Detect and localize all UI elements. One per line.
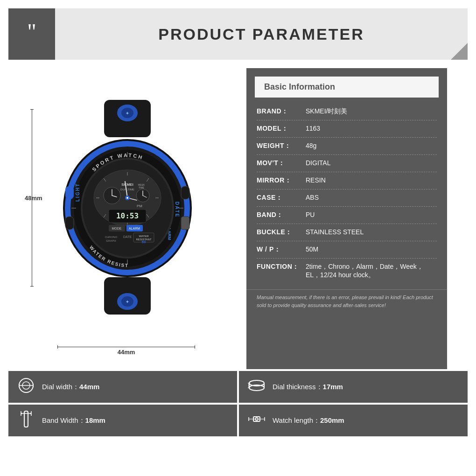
- spec-key: WEIGHT：: [257, 142, 306, 150]
- quote-box: ": [8, 8, 55, 60]
- spec-key: BAND：: [257, 211, 306, 219]
- svg-point-43: [126, 197, 128, 199]
- dial-width-icon: [17, 377, 35, 398]
- corner-decoration: [451, 43, 468, 60]
- metric-band-width: Band Width：18mm: [8, 405, 237, 436]
- main-content: 48mm ✦ ✦: [8, 68, 468, 369]
- dimension-container: 48mm ✦ ✦: [29, 84, 225, 354]
- quote-icon: ": [27, 21, 36, 43]
- dial-width-value: 44mm: [79, 383, 99, 391]
- svg-text:SKMEI: SKMEI: [121, 182, 133, 187]
- dial-thickness-label: Dial thickness：: [273, 383, 323, 391]
- spec-value: 50M: [306, 245, 437, 253]
- svg-text:MODE: MODE: [112, 227, 122, 230]
- watch-image-area: ✦ ✦: [53, 93, 202, 322]
- height-label: 48mm: [25, 194, 42, 201]
- specs-note: Manual measurement, if there is an error…: [246, 289, 447, 316]
- spec-row: MOV'T： DIGITAL: [257, 155, 437, 172]
- page-header: " PRODUCT PARAMETER: [8, 8, 468, 60]
- spec-value: SKMEI/时刻美: [306, 107, 437, 116]
- band-width-icon: [17, 410, 35, 431]
- svg-text:GRAPH: GRAPH: [106, 239, 116, 242]
- spec-value: STAINLESS STEEL: [306, 228, 437, 236]
- svg-text:WATER: WATER: [139, 235, 149, 238]
- spec-value: 1163: [306, 125, 437, 132]
- svg-text:CHRONO: CHRONO: [105, 236, 118, 238]
- metrics-row-1: Dial width：44mm Dial thickness：17mm: [8, 371, 468, 403]
- spec-key: BUCKLE：: [257, 228, 306, 237]
- spec-row: CASE： ABS: [257, 189, 437, 207]
- spec-row: MODEL： 1163: [257, 120, 437, 138]
- dial-width-text: Dial width：44mm: [42, 383, 99, 392]
- watch-length-label: Watch length：: [273, 416, 320, 424]
- spec-row: BRAND： SKMEI/时刻美: [257, 103, 437, 120]
- specs-header: Basic Information: [255, 77, 439, 98]
- watch-length-icon: [247, 410, 266, 431]
- specs-table: BRAND： SKMEI/时刻美 MODEL： 1163 WEIGHT： 48g…: [246, 98, 447, 289]
- dial-thickness-text: Dial thickness：17mm: [273, 383, 343, 392]
- metrics-row-2: Band Width：18mm Watch length：250mm: [8, 405, 468, 436]
- dial-width-label: Dial width：: [42, 383, 79, 391]
- dial-thickness-icon: [247, 377, 266, 398]
- spec-key: CASE：: [257, 194, 306, 202]
- spec-key: MIRROR：: [257, 176, 306, 185]
- spec-value: RESIN: [306, 176, 437, 184]
- spec-value: 48g: [306, 142, 437, 149]
- spec-key: W / P：: [257, 245, 306, 254]
- svg-text:✦: ✦: [126, 300, 129, 304]
- width-line: [57, 347, 195, 347]
- spec-value: 2time，Chrono，Alarm，Date，Week，EL，12/24 ho…: [306, 263, 437, 280]
- spec-row: FUNCTION： 2time，Chrono，Alarm，Date，Week，E…: [257, 259, 437, 284]
- svg-text:50: 50: [142, 240, 146, 244]
- band-width-label: Band Width：: [42, 416, 85, 424]
- watch-panel: 48mm ✦ ✦: [8, 68, 246, 369]
- width-label: 44mm: [118, 349, 135, 356]
- height-dimension: 48mm: [32, 109, 32, 287]
- svg-rect-62: [65, 186, 74, 199]
- spec-key: BRAND：: [257, 107, 306, 116]
- svg-text:DATE: DATE: [175, 202, 180, 217]
- metric-watch-length: Watch length：250mm: [239, 405, 468, 436]
- page-title: PRODUCT PARAMETER: [55, 25, 468, 43]
- svg-text:DATE: DATE: [123, 235, 132, 238]
- svg-rect-63: [65, 217, 74, 230]
- metric-dial-thickness: Dial thickness：17mm: [239, 371, 468, 403]
- spec-value: ABS: [306, 194, 437, 201]
- spec-row: W / P： 50M: [257, 241, 437, 259]
- dial-thickness-value: 17mm: [323, 383, 343, 391]
- spec-key: FUNCTION：: [257, 263, 306, 271]
- watch-length-text: Watch length：250mm: [273, 416, 344, 425]
- svg-text:PM: PM: [137, 204, 142, 208]
- svg-text:TIME: TIME: [139, 186, 145, 189]
- spec-row: BUCKLE： STAINLESS STEEL: [257, 224, 437, 241]
- watch-svg: ✦ ✦: [55, 100, 200, 315]
- band-width-text: Band Width：18mm: [42, 416, 105, 425]
- svg-text:ALARM: ALARM: [129, 227, 140, 230]
- spec-key: MODEL：: [257, 125, 306, 133]
- spec-row: WEIGHT： 48g: [257, 138, 437, 155]
- svg-text:LIGHT: LIGHT: [75, 183, 80, 202]
- spec-value: DIGITAL: [306, 159, 437, 167]
- specs-panel: Basic Information BRAND： SKMEI/时刻美 MODEL…: [246, 68, 447, 369]
- svg-rect-65: [181, 217, 189, 230]
- spec-value: PU: [306, 211, 437, 218]
- svg-text:✦: ✦: [126, 111, 129, 116]
- spec-key: MOV'T：: [257, 159, 306, 168]
- watch-length-value: 250mm: [320, 416, 344, 424]
- svg-text:10:53: 10:53: [116, 211, 139, 220]
- svg-rect-64: [181, 186, 189, 199]
- spec-row: BAND： PU: [257, 207, 437, 224]
- svg-text:DUALTIME: DUALTIME: [120, 188, 134, 191]
- band-width-value: 18mm: [85, 416, 105, 424]
- metric-dial-width: Dial width：44mm: [8, 371, 237, 403]
- width-dimension: 44mm: [57, 347, 195, 347]
- spec-row: MIRROR： RESIN: [257, 172, 437, 189]
